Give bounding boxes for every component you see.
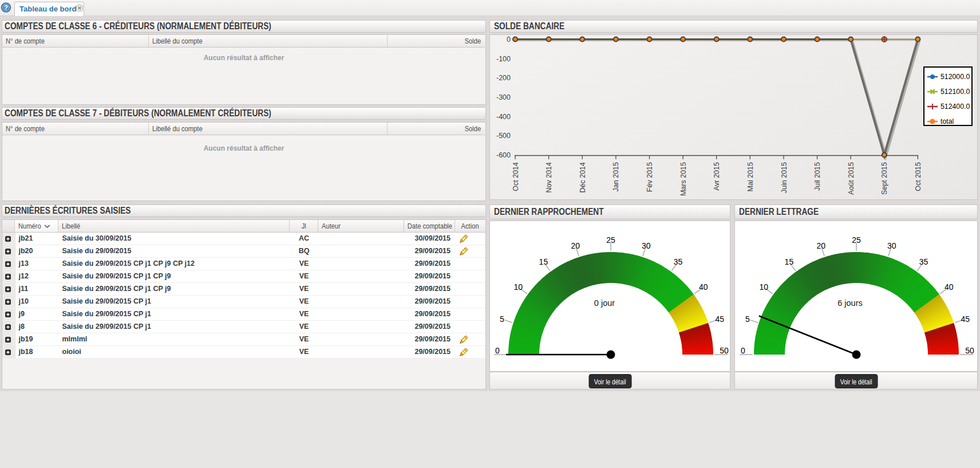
svg-text:Oct 2014: Oct 2014 [512, 162, 520, 191]
svg-text:Sept 2015: Sept 2015 [880, 162, 888, 195]
svg-text:40: 40 [945, 282, 954, 292]
svg-text:30: 30 [887, 241, 896, 250]
svg-text:45: 45 [961, 314, 970, 324]
svg-text:Mars 2015: Mars 2015 [679, 162, 687, 196]
svg-text:20: 20 [571, 241, 580, 250]
svg-text:45: 45 [715, 314, 724, 324]
svg-text:15: 15 [785, 257, 794, 266]
svg-text:5: 5 [500, 314, 504, 324]
svg-text:Fév 2015: Fév 2015 [646, 162, 654, 192]
svg-text:Juil 2015: Juil 2015 [813, 162, 821, 191]
svg-text:?: ? [4, 4, 8, 11]
svg-text:-100: -100 [496, 55, 511, 63]
svg-text:50: 50 [720, 346, 729, 355]
svg-text:0: 0 [507, 36, 511, 44]
svg-text:10: 10 [513, 282, 523, 292]
svg-text:40: 40 [699, 282, 708, 292]
svg-text:Nov 2014: Nov 2014 [545, 162, 553, 193]
svg-text:0: 0 [495, 346, 500, 355]
svg-text:Jan 2015: Jan 2015 [612, 162, 620, 191]
svg-text:-600: -600 [496, 151, 511, 159]
svg-text:-500: -500 [496, 132, 511, 140]
svg-text:Déc 2014: Déc 2014 [579, 162, 587, 193]
svg-text:30: 30 [642, 241, 651, 250]
svg-text:15: 15 [539, 257, 548, 266]
svg-text:5: 5 [745, 314, 750, 324]
svg-text:Mai 2015: Mai 2015 [746, 162, 754, 191]
svg-text:35: 35 [919, 257, 928, 266]
svg-text:-300: -300 [496, 93, 511, 101]
svg-text:Avr 2015: Avr 2015 [713, 162, 721, 191]
svg-text:Juin 2015: Juin 2015 [780, 162, 788, 193]
svg-text:25: 25 [852, 235, 861, 245]
svg-text:50: 50 [965, 346, 974, 355]
svg-text:-400: -400 [496, 113, 511, 121]
svg-text:20: 20 [816, 241, 825, 250]
svg-text:0: 0 [741, 346, 745, 355]
svg-text:35: 35 [674, 257, 683, 266]
svg-text:25: 25 [606, 235, 615, 245]
svg-text:Oct 2015: Oct 2015 [914, 162, 922, 191]
svg-text:6 jours: 6 jours [837, 298, 863, 308]
svg-text:-200: -200 [496, 74, 511, 82]
svg-text:Août 2015: Août 2015 [847, 162, 855, 195]
svg-text:10: 10 [759, 282, 768, 292]
svg-text:0 jour: 0 jour [594, 298, 615, 308]
